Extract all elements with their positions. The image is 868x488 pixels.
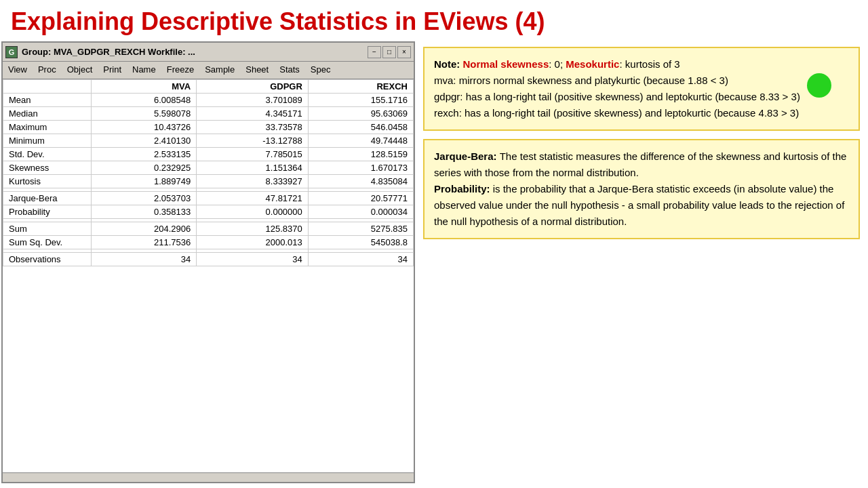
window-titlebar: G Group: MVA_GDPGR_REXCH Workfile: ... −… [3,43,414,62]
menu-item-freeze[interactable]: Freeze [161,63,199,77]
mesokurtic-value: : kurtosis of 3 [619,58,679,70]
table-row: Probability0.3581330.0000000.000034 [3,205,414,219]
cursor-indicator [807,73,831,98]
row-value: 8.333927 [197,175,309,188]
row-value: 211.7536 [92,236,197,249]
minimize-button[interactable]: − [368,46,381,58]
row-value: 1.670173 [308,161,413,175]
table-row: Observations343434 [3,253,414,266]
col-header-rexch: REXCH [308,80,413,94]
row-label: Mean [3,94,92,107]
jb-label: Jarque-Bera: [434,150,500,162]
row-value: 20.57771 [308,192,413,205]
col-header-gdpgr: GDPGR [197,80,309,94]
table-row: Median5.5980784.34517195.63069 [3,107,414,121]
row-value: 95.63069 [308,107,413,121]
menu-item-view[interactable]: View [3,63,33,77]
row-value: 2000.013 [197,236,309,249]
window-icon: G [5,46,18,58]
gdpgr-line: gdpgr: has a long-right tail (positive s… [434,91,800,102]
table-row: Mean6.0085483.701089155.1716 [3,94,414,107]
jb-box: Jarque-Bera: The test statistic measures… [423,139,860,239]
menu-item-spec[interactable]: Spec [305,63,336,77]
row-value: 6.008548 [92,94,197,107]
row-value: 34 [92,253,197,266]
menu-item-proc[interactable]: Proc [33,63,62,77]
row-label: Skewness [3,161,92,175]
scrollbar[interactable] [3,472,414,482]
row-value: 0.000034 [308,205,413,219]
page-title: Explaining Descriptive Statistics in EVi… [0,0,868,41]
table-row: Kurtosis1.8897498.3339274.835084 [3,175,414,188]
row-value: 2.053703 [92,192,197,205]
normal-skewness-label: Normal skewness [463,58,549,70]
row-label: Observations [3,253,92,266]
note-box: Note: Normal skewness: 0; Mesokurtic: ku… [423,47,860,131]
descriptive-stats-table: MVA GDPGR REXCH Mean6.0085483.701089155.… [3,79,414,266]
row-value: 5.598078 [92,107,197,121]
prob-label: Probability: [434,183,493,195]
table-row: Maximum10.4372633.73578546.0458 [3,121,414,134]
row-label: Std. Dev. [3,148,92,161]
table-row: Minimum2.410130-13.1278849.74448 [3,134,414,148]
row-value: 5275.835 [308,222,413,236]
row-value: 0.358133 [92,205,197,219]
note-label: Note: [434,58,463,70]
row-label: Kurtosis [3,175,92,188]
row-value: 10.43726 [92,121,197,134]
table-row: Std. Dev.2.5331357.785015128.5159 [3,148,414,161]
row-value: 2.410130 [92,134,197,148]
row-label: Median [3,107,92,121]
menu-item-print[interactable]: Print [98,63,127,77]
row-value: 2.533135 [92,148,197,161]
row-value: 545038.8 [308,236,413,249]
row-value: -13.12788 [197,134,309,148]
row-label: Sum Sq. Dev. [3,236,92,249]
table-row: Sum204.2906125.83705275.835 [3,222,414,236]
menu-item-name[interactable]: Name [127,63,161,77]
normal-skewness-value: : 0; [549,58,566,70]
window-title: Group: MVA_GDPGR_REXCH Workfile: ... [22,47,363,57]
row-value: 128.5159 [308,148,413,161]
row-value: 7.785015 [197,148,309,161]
right-panel: Note: Normal skewness: 0; Mesokurtic: ku… [415,41,868,483]
row-value: 204.2906 [92,222,197,236]
rexch-line: rexch: has a long-right tail (positive s… [434,107,799,119]
row-label: Minimum [3,134,92,148]
row-label: Jarque-Bera [3,192,92,205]
stats-table: MVA GDPGR REXCH Mean6.0085483.701089155.… [3,79,414,472]
menu-item-stats[interactable]: Stats [274,63,305,77]
restore-button[interactable]: □ [382,46,396,58]
row-label: Probability [3,205,92,219]
row-value: 4.835084 [308,175,413,188]
row-value: 34 [308,253,413,266]
row-value: 33.73578 [197,121,309,134]
row-value: 1.151364 [197,161,309,175]
close-button[interactable]: × [397,46,411,58]
row-value: 49.74448 [308,134,413,148]
row-value: 47.81721 [197,192,309,205]
col-header-label [3,80,92,94]
row-value: 0.232925 [92,161,197,175]
row-value: 125.8370 [197,222,309,236]
menu-item-sample[interactable]: Sample [199,63,240,77]
mesokurtic-label: Mesokurtic [566,58,619,70]
row-value: 34 [197,253,309,266]
row-value: 0.000000 [197,205,309,219]
row-value: 155.1716 [308,94,413,107]
table-row: Jarque-Bera2.05370347.8172120.57771 [3,192,414,205]
prob-text: is the probability that a Jarque-Bera st… [434,183,844,227]
eviews-window: G Group: MVA_GDPGR_REXCH Workfile: ... −… [1,41,415,483]
col-header-mva: MVA [92,80,197,94]
row-label: Sum [3,222,92,236]
window-controls[interactable]: − □ × [368,46,411,58]
table-row: Sum Sq. Dev.211.75362000.013545038.8 [3,236,414,249]
menu-bar: ViewProcObjectPrintNameFreezeSampleSheet… [3,62,414,79]
table-row: Skewness0.2329251.1513641.670173 [3,161,414,175]
row-value: 3.701089 [197,94,309,107]
row-value: 1.889749 [92,175,197,188]
mva-line: mva: mirrors normal skewness and platyku… [434,75,728,86]
menu-item-object[interactable]: Object [62,63,98,77]
menu-item-sheet[interactable]: Sheet [240,63,274,77]
row-value: 4.345171 [197,107,309,121]
